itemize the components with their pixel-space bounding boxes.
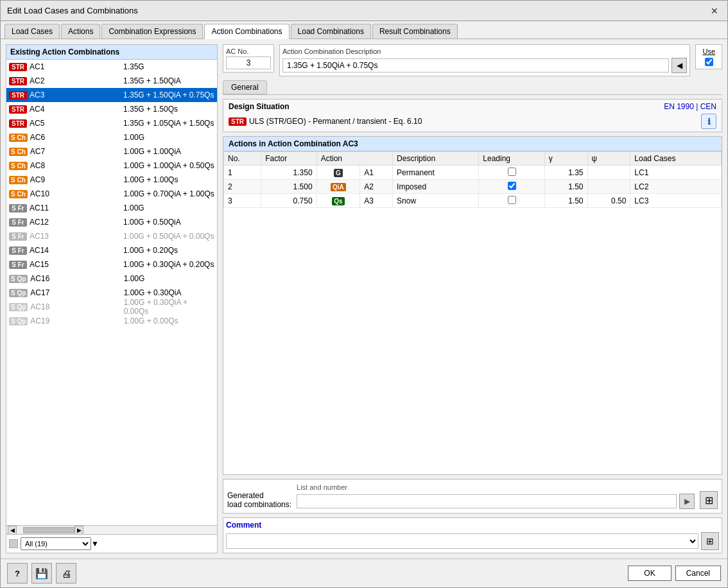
ac-desc-arrow-button[interactable]: ◀ — [672, 58, 687, 73]
ac-description-input[interactable] — [282, 58, 669, 73]
ds-badge: STR — [229, 117, 247, 126]
item-description: 1.00G + 0.00Qs — [124, 316, 214, 325]
list-item[interactable]: S Ch AC6 1.00G — [6, 130, 217, 144]
tab-load-cases[interactable]: Load Cases — [4, 24, 60, 39]
cell-leading[interactable] — [479, 166, 544, 180]
item-badge: S Qp — [9, 289, 28, 297]
go-button[interactable]: ▶ — [679, 494, 695, 509]
list-item[interactable]: S Fr AC13 1.00G + 0.50QiA + 0.00Qs — [6, 229, 217, 243]
horizontal-scrollbar[interactable]: ◀ ▶ — [6, 525, 217, 534]
cancel-button[interactable]: Cancel — [675, 566, 721, 581]
leading-checkbox[interactable] — [508, 182, 516, 190]
bottom-right-buttons: OK Cancel — [628, 566, 721, 581]
list-item[interactable]: S Ch AC7 1.00G + 1.00QiA — [6, 144, 217, 159]
item-description: 1.00G + 1.00QiA + 0.50Qs — [123, 161, 214, 170]
cell-factor: 1.350 — [261, 166, 316, 180]
item-id: AC7 — [30, 147, 121, 156]
tab-action-combinations[interactable]: Action Combinations — [204, 24, 289, 39]
list-item[interactable]: S Fr AC14 1.00G + 0.20Qs — [6, 243, 217, 257]
item-description: 1.35G + 1.50QiA + 0.75Qs — [123, 91, 214, 99]
item-description: 1.00G + 0.20Qs — [123, 246, 214, 255]
info-button[interactable]: ℹ — [701, 114, 716, 129]
leading-checkbox[interactable] — [508, 168, 516, 176]
list-item[interactable]: S Fr AC12 1.00G + 0.50QiA — [6, 215, 217, 229]
scroll-right-arrow[interactable]: ▶ — [74, 526, 83, 535]
action-badge: Qs — [332, 197, 344, 205]
list-item[interactable]: STR AC1 1.35G — [6, 60, 217, 74]
table-row: 2 1.500 QiA A2 Imposed 1.50 LC2 — [224, 180, 722, 194]
cell-load-cases: LC1 — [630, 166, 722, 180]
ac-desc-label: Action Combination Description — [282, 48, 687, 55]
tab-load-combinations[interactable]: Load Combinations — [291, 24, 371, 39]
item-id: AC12 — [30, 218, 121, 227]
scroll-thumb[interactable] — [23, 527, 74, 533]
comment-select[interactable] — [226, 533, 698, 549]
list-item[interactable]: S Ch AC9 1.00G + 1.00Qs — [6, 173, 217, 187]
cell-action: A2 — [360, 180, 393, 194]
ds-header: Design Situation EN 1990 | CEN — [229, 102, 716, 111]
export-button[interactable]: ⊞ — [700, 491, 718, 509]
col-gamma: γ — [544, 152, 587, 166]
cell-description: Imposed — [393, 180, 479, 194]
cell-leading[interactable] — [479, 180, 544, 194]
item-id: AC4 — [30, 105, 121, 114]
item-id: AC11 — [30, 203, 121, 212]
ac-desc-input-row: ◀ — [282, 58, 687, 73]
list-item[interactable]: S Fr AC15 1.00G + 0.30QiA + 0.20Qs — [6, 257, 217, 272]
list-item[interactable]: STR AC2 1.35G + 1.50QiA — [6, 74, 217, 88]
list-item[interactable]: S Qp AC16 1.00G — [6, 272, 217, 286]
dialog: Edit Load Cases and Combinations ✕ Load … — [0, 0, 728, 588]
item-description: 1.00G — [123, 203, 214, 212]
tab-bar: Load Cases Actions Combination Expressio… — [1, 21, 727, 39]
bottom-left-buttons: ? 💾 🖨 — [7, 563, 76, 584]
filter-select[interactable]: All (19) — [21, 537, 91, 550]
scroll-left-arrow[interactable]: ◀ — [8, 526, 17, 535]
item-id: AC2 — [30, 76, 121, 85]
left-panel: Existing Action Combinations STR AC1 1.3… — [6, 44, 218, 553]
item-badge: STR — [9, 77, 27, 85]
item-badge: STR — [9, 91, 27, 99]
right-panel: AC No. Action Combination Description ◀ … — [223, 44, 722, 553]
item-badge: S Fr — [9, 232, 27, 241]
item-badge: S Fr — [9, 261, 27, 269]
cell-action: A1 — [360, 166, 393, 180]
actions-panel: Actions in Action Combination AC3 No. Fa… — [223, 136, 722, 475]
cell-gamma: 1.50 — [544, 194, 587, 208]
generated-input[interactable] — [297, 494, 677, 508]
cell-gamma: 1.35 — [544, 166, 587, 180]
general-tab[interactable]: General — [223, 80, 267, 94]
save-button[interactable]: 💾 — [31, 563, 52, 584]
design-situation-panel: Design Situation EN 1990 | CEN STR ULS (… — [223, 99, 722, 132]
ok-button[interactable]: OK — [628, 566, 671, 581]
dialog-title: Edit Load Cases and Combinations — [7, 6, 138, 15]
item-description: 1.35G + 1.50Qs — [123, 105, 214, 114]
item-id: AC6 — [30, 133, 121, 142]
list-item[interactable]: STR AC4 1.35G + 1.50Qs — [6, 102, 217, 116]
list-item[interactable]: S Qp AC18 1.00G + 0.30QiA + 0.00Qs — [6, 300, 217, 314]
list-item[interactable]: S Qp AC19 1.00G + 0.00Qs — [6, 314, 217, 328]
list-item[interactable]: S Fr AC11 1.00G — [6, 201, 217, 215]
tab-combination-expressions[interactable]: Combination Expressions — [101, 24, 203, 39]
comment-export-button[interactable]: ⊞ — [701, 532, 719, 550]
comment-row: ⊞ — [226, 532, 719, 550]
list-item[interactable]: STR AC3 1.35G + 1.50QiA + 0.75Qs — [6, 88, 217, 102]
close-button[interactable]: ✕ — [708, 4, 721, 17]
help-button[interactable]: ? — [7, 563, 28, 584]
list-item[interactable]: S Ch AC8 1.00G + 1.00QiA + 0.50Qs — [6, 159, 217, 173]
item-description: 1.35G + 1.05QiA + 1.50Qs — [123, 119, 214, 128]
list-item[interactable]: S Ch AC10 1.00G + 0.70QiA + 1.00Qs — [6, 187, 217, 201]
ac-no-input[interactable] — [226, 56, 271, 69]
print-button[interactable]: 🖨 — [56, 563, 76, 584]
item-badge: STR — [9, 119, 27, 128]
leading-checkbox[interactable] — [508, 196, 516, 204]
use-checkbox[interactable] — [705, 58, 713, 66]
action-badge: G — [334, 169, 343, 177]
list-item[interactable]: STR AC5 1.35G + 1.05QiA + 1.50Qs — [6, 116, 217, 130]
title-bar: Edit Load Cases and Combinations ✕ — [1, 1, 727, 21]
tab-result-combinations[interactable]: Result Combinations — [372, 24, 458, 39]
ac-list: STR AC1 1.35G STR AC2 1.35G + 1.50QiA ST… — [6, 60, 217, 525]
cell-leading[interactable] — [479, 194, 544, 208]
tab-actions[interactable]: Actions — [61, 24, 100, 39]
bottom-bar: ? 💾 🖨 OK Cancel — [1, 558, 727, 587]
cell-factor: 0.750 — [261, 194, 316, 208]
